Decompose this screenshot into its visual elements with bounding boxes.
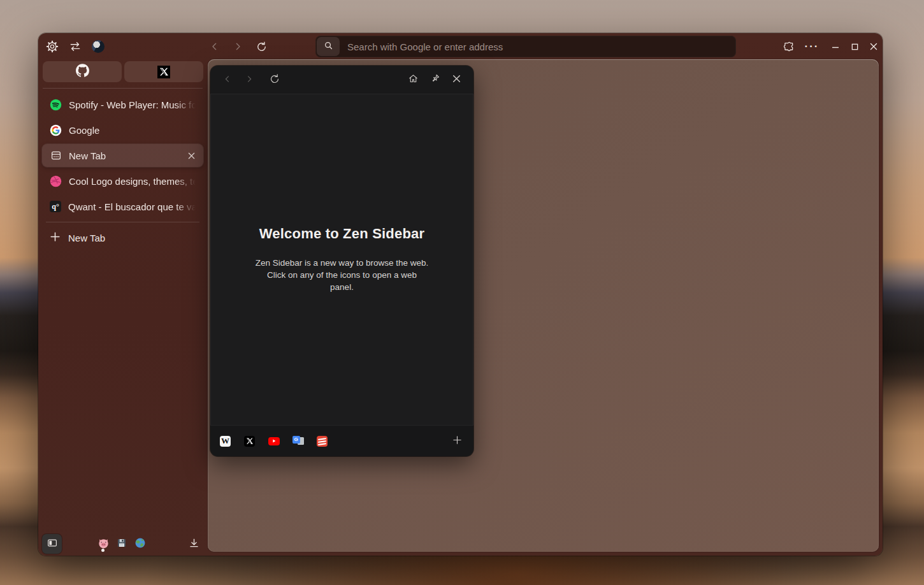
plus-icon (452, 435, 462, 447)
search-icon (324, 41, 333, 53)
globe-icon (134, 537, 146, 551)
tab-google[interactable]: Google (42, 117, 203, 143)
youtube-icon (268, 437, 280, 445)
extension-globe-button[interactable] (131, 535, 149, 553)
search-chip (317, 37, 340, 56)
tab-label: New Tab (69, 150, 177, 161)
shortcut-youtube[interactable] (264, 432, 283, 451)
chevron-left-icon (210, 41, 220, 52)
chevron-right-icon (245, 75, 254, 85)
wikipedia-icon: W (220, 436, 231, 447)
profile-button[interactable] (87, 35, 110, 58)
shortcut-todoist[interactable] (313, 432, 331, 451)
floppy-disk-icon (117, 538, 127, 551)
app-menu-button[interactable]: ··· (800, 35, 823, 58)
tab-label: Spotify - Web Player: Music for e (69, 99, 198, 110)
sidebar: Spotify - Web Player: Music for e Google (38, 60, 208, 556)
reload-icon (256, 41, 268, 53)
close-tab-icon[interactable] (184, 148, 198, 162)
dribbble-icon (50, 175, 62, 187)
x-logo-icon (157, 66, 170, 78)
extension-notification-dot (101, 549, 105, 552)
close-icon (452, 74, 461, 85)
url-bar[interactable] (315, 36, 736, 57)
qwant-icon: q° (50, 201, 61, 212)
panel-description: Zen Sidebar is a new way to browse the w… (256, 257, 429, 294)
x-logo-icon (244, 436, 255, 447)
panel-reload-button[interactable] (264, 69, 285, 90)
google-icon (50, 124, 62, 136)
back-button[interactable] (203, 35, 226, 58)
panel-pin-button[interactable] (424, 69, 445, 90)
todoist-icon (317, 436, 328, 447)
panel-close-button[interactable] (445, 69, 467, 90)
github-icon (76, 64, 89, 80)
tab-label: Cool Logo designs, themes, tem (69, 176, 198, 187)
close-icon (869, 42, 878, 51)
home-icon (408, 73, 419, 86)
tab-label: Qwant - El buscador que te valo (68, 201, 198, 212)
address-input[interactable] (340, 41, 736, 52)
swap-arrows-icon (69, 40, 82, 53)
new-tab-button[interactable]: New Tab (42, 227, 203, 249)
panel-forward-button[interactable] (238, 69, 260, 90)
forward-button[interactable] (226, 35, 249, 58)
pinned-tabs (43, 61, 203, 82)
google-translate-icon: G (292, 436, 304, 447)
reload-icon (269, 73, 280, 87)
panel-welcome: Welcome to Zen Sidebar Zen Sidebar is a … (210, 94, 473, 425)
browser-window: ··· (38, 33, 883, 556)
reload-button[interactable] (250, 35, 273, 58)
profile-avatar-icon (92, 40, 105, 53)
tab-spotify[interactable]: Spotify - Web Player: Music for e (42, 92, 203, 117)
pinned-tab-x[interactable] (124, 61, 203, 82)
zen-sidebar-panel: Welcome to Zen Sidebar Zen Sidebar is a … (210, 66, 473, 456)
tab-new-tab-active[interactable]: New Tab (42, 144, 203, 167)
shortcut-google-translate[interactable]: G (289, 432, 307, 451)
panel-home-button[interactable] (402, 69, 424, 90)
new-tab-page-icon (50, 150, 62, 162)
shortcut-x[interactable] (240, 432, 259, 451)
pin-icon (430, 73, 440, 86)
tab-qwant[interactable]: q° Qwant - El buscador que te valo (42, 194, 203, 219)
panel-back-button[interactable] (217, 69, 238, 90)
panel-toolbar (210, 66, 473, 94)
plus-icon (50, 231, 61, 244)
sidebar-toggle-icon (47, 537, 58, 551)
extensions-button[interactable] (777, 35, 800, 58)
tab-dribbble[interactable]: Cool Logo designs, themes, tem (42, 168, 203, 194)
panel-shortcut-bar: W G (210, 425, 473, 456)
chevron-left-icon (223, 75, 232, 85)
downloads-button[interactable] (184, 534, 204, 554)
extension-floppy-button[interactable] (113, 535, 131, 553)
pinned-divider (43, 88, 203, 89)
puzzle-icon (783, 41, 795, 53)
workspace-switcher-button[interactable] (64, 35, 87, 58)
ellipsis-icon: ··· (805, 40, 819, 53)
chevron-right-icon (233, 41, 243, 52)
maximize-icon (851, 43, 859, 51)
new-tab-label: New Tab (68, 233, 105, 243)
spotify-icon (50, 99, 62, 111)
download-icon (188, 537, 200, 552)
toolbar: ··· (38, 33, 883, 60)
sidebar-toggle-button[interactable] (42, 534, 62, 554)
pinned-tab-github[interactable] (43, 61, 122, 82)
add-panel-button[interactable] (446, 430, 468, 452)
minimize-icon (831, 42, 840, 51)
panel-title: Welcome to Zen Sidebar (259, 226, 425, 242)
tab-label: Google (69, 125, 198, 136)
shortcut-wikipedia[interactable]: W (216, 432, 235, 451)
tabs-divider (46, 222, 199, 222)
gear-icon (46, 40, 59, 53)
close-window-button[interactable] (862, 35, 885, 58)
settings-button[interactable] (41, 35, 64, 58)
